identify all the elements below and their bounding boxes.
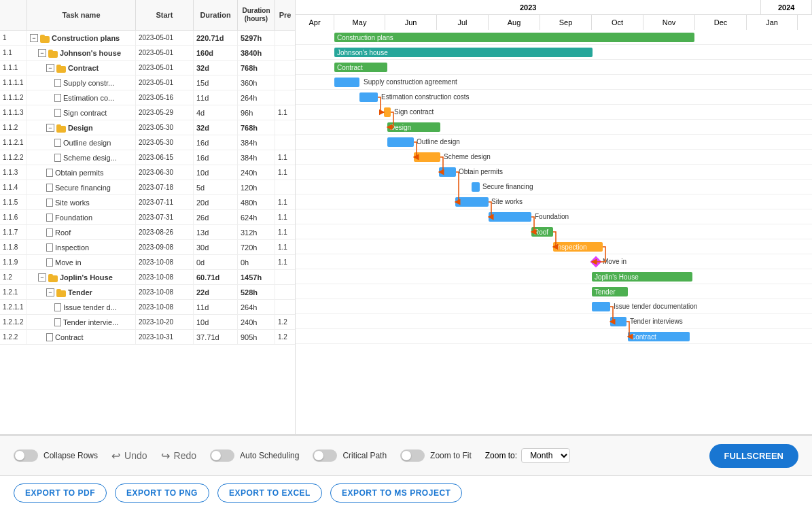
gantt-bar-row7[interactable] (387, 137, 414, 147)
gantt-bar-row11[interactable] (455, 197, 489, 207)
task-pre-19: 1.2 (275, 315, 296, 329)
task-pre-7 (275, 135, 296, 150)
task-id-9: 1.1.3 (0, 165, 27, 180)
file-icon-14 (46, 243, 53, 252)
redo-group[interactable]: ↪ Redo (161, 449, 196, 462)
export-excel-button[interactable]: EXPORT TO EXCEL (217, 483, 322, 503)
task-row-1-1-1-1: 1.1.1.1Supply constr...2023-05-0115d360h (0, 75, 295, 90)
gantt-bar-row5[interactable] (384, 107, 391, 117)
task-durh-3: 360h (238, 75, 275, 90)
task-name-10: Secure financing (27, 180, 136, 194)
task-pre-11: 1.1 (275, 195, 296, 209)
gantt-row-11: Site works (296, 194, 812, 209)
gantt-bar-row6[interactable]: Design (387, 122, 440, 132)
gantt-bar-row19[interactable] (610, 317, 626, 326)
task-pre-8: 1.1 (275, 150, 296, 165)
gantt-bar-row12[interactable] (489, 212, 531, 222)
bar-label: Contract (334, 64, 366, 71)
task-row-1-1-6: 1.1.6Foundation2023-07-3126d624h1.1 (0, 210, 295, 225)
bar-label: Contract (628, 333, 659, 341)
bar-label: Inspection (553, 243, 590, 251)
gantt-bar-row16[interactable]: Joplin's House (592, 272, 692, 282)
zoom-fit-toggle[interactable] (400, 449, 425, 462)
task-pre-0 (275, 31, 296, 45)
collapse-rows-toggle[interactable] (14, 449, 38, 462)
export-ms-project-button[interactable]: EXPORT TO MS PROJECT (330, 483, 462, 503)
task-start-11: 2023-07-11 (136, 195, 194, 209)
gantt-bar-row1[interactable]: Johnson's house (334, 48, 593, 57)
undo-group[interactable]: ↩ Undo (111, 449, 147, 462)
task-id-8: 1.1.2.2 (0, 150, 27, 165)
gantt-bar-row8[interactable] (414, 152, 440, 162)
month-may: May (334, 15, 385, 30)
gantt-area: Task name Start Duration Duration (hours… (0, 0, 812, 435)
month-aug: Aug (489, 15, 540, 30)
task-id-2: 1.1.1 (0, 61, 27, 75)
expand-icon-0[interactable]: − (30, 34, 38, 42)
task-pre-20: 1.2 (275, 330, 296, 344)
folder-icon-16 (48, 274, 58, 281)
task-label-0: Construction plans (52, 34, 120, 42)
expand-icon-1[interactable]: − (38, 49, 46, 57)
file-icon-5 (54, 109, 61, 117)
task-name-2: −Contract (27, 61, 136, 75)
redo-label[interactable]: Redo (174, 450, 196, 461)
gantt-bar-row20[interactable]: Contract (628, 332, 690, 341)
task-start-17: 2023-10-08 (136, 285, 194, 299)
task-pre-4 (275, 90, 296, 105)
task-dur-9: 10d (194, 165, 238, 180)
auto-scheduling-toggle[interactable] (210, 449, 234, 462)
month-jun: Jun (385, 15, 437, 30)
file-icon-7 (54, 139, 61, 147)
task-pre-15: 1.1 (275, 255, 296, 269)
task-row-1-1-8: 1.1.8Inspection2023-09-0830d720h1.1 (0, 240, 295, 255)
gantt-bar-row0[interactable]: Construction plans (334, 33, 694, 42)
bar-label: Joplin's House (592, 273, 641, 281)
task-pre-3 (275, 75, 296, 90)
fullscreen-button[interactable]: FULLSCREEN (709, 444, 798, 468)
file-icon-11 (46, 199, 53, 207)
task-durh-11: 480h (238, 195, 275, 209)
gantt-row-18: Issue tender documentation (296, 299, 812, 314)
critical-path-toggle[interactable] (313, 449, 337, 462)
gantt-bar-row13[interactable]: Roof (531, 227, 553, 237)
gantt-row-0: Construction plans (296, 30, 812, 45)
gantt-bar-row14[interactable]: Inspection (553, 242, 603, 252)
task-durh-1: 3840h (238, 46, 275, 60)
folder-icon-6 (56, 124, 66, 131)
gantt-bar-row4[interactable] (359, 92, 378, 102)
gantt-row-6: Design (296, 120, 812, 135)
task-label-13: Roof (55, 228, 71, 237)
expand-icon-2[interactable]: − (46, 64, 54, 72)
task-name-18: Issue tender d... (27, 300, 136, 314)
task-name-12: Foundation (27, 210, 136, 224)
task-row-1-1-5: 1.1.5Site works2023-07-1120d480h1.1 (0, 195, 295, 210)
task-dur-11: 20d (194, 195, 238, 209)
task-dur-4: 11d (194, 90, 238, 105)
export-pdf-button[interactable]: EXPORT TO PDF (14, 483, 107, 503)
expand-icon-17[interactable]: − (46, 288, 54, 296)
bar-label: Tender (592, 288, 618, 296)
export-row: EXPORT TO PDF EXPORT TO PNG EXPORT TO EX… (0, 476, 812, 510)
task-name-4: Estimation co... (27, 90, 136, 105)
task-durh-14: 720h (238, 240, 275, 254)
gantt-bar-row10[interactable] (472, 182, 480, 192)
gantt-bar-row18[interactable] (592, 302, 610, 311)
expand-icon-16[interactable]: − (38, 273, 46, 282)
gantt-bar-row3[interactable] (334, 78, 359, 87)
bar-outside-label: Supply construction agreement (364, 78, 457, 86)
month-nov: Nov (643, 15, 695, 30)
export-png-button[interactable]: EXPORT TO PNG (115, 483, 209, 503)
task-pre-2 (275, 61, 296, 75)
file-icon-10 (46, 184, 53, 192)
undo-label[interactable]: Undo (124, 450, 147, 461)
file-icon-4 (54, 94, 61, 102)
zoom-select[interactable]: Month Week Day Year (521, 448, 570, 463)
task-durh-7: 384h (238, 135, 275, 150)
gantt-row-12: Foundation (296, 209, 812, 224)
gantt-bar-row2[interactable]: Contract (334, 63, 387, 72)
gantt-bar-row17[interactable]: Tender (592, 287, 628, 296)
gantt-bar-row9[interactable] (439, 167, 456, 177)
expand-icon-6[interactable]: − (46, 124, 54, 132)
task-row-1-2-1-2: 1.2.1.2Tender intervie...2023-10-2010d24… (0, 315, 295, 330)
